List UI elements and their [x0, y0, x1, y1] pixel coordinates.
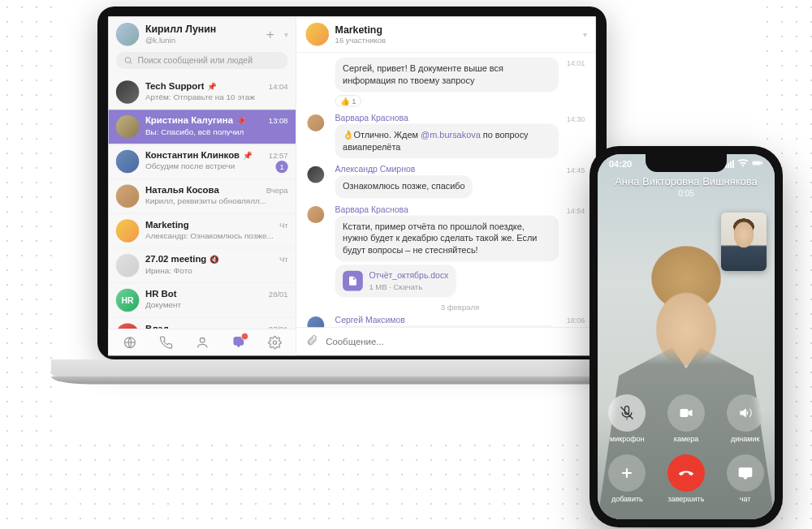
message-bubble: 👌Отлично. Ждем @m.bursakova по вопросу а…: [335, 123, 559, 158]
file-meta: 1 MB · Скачать: [369, 282, 448, 292]
unread-badge: 1: [275, 161, 287, 173]
composer-input[interactable]: [326, 337, 586, 347]
call-info: Анна Викторовна Вишнякова 0:05: [598, 175, 775, 198]
nav-settings-icon[interactable]: [266, 334, 283, 351]
date-divider: 3 февраля: [335, 303, 585, 312]
search-icon: [123, 56, 132, 65]
conversation-time: 14:04: [269, 82, 288, 90]
chat-avatar: [306, 23, 330, 46]
message-time: 14:45: [567, 166, 585, 174]
hangup-icon: [678, 465, 694, 481]
conversation-title: Tech Support: [145, 80, 205, 91]
conversation-time: 13:08: [269, 116, 288, 124]
message-bubble: Ознакомлюсь позже, спасибо: [335, 175, 473, 198]
message-bubble: Сергей, привет! В документе выше вся инф…: [335, 58, 559, 92]
speaker-icon: [737, 405, 754, 421]
conversation-avatar: [116, 254, 140, 277]
bottom-nav: [108, 329, 296, 355]
pin-icon: 📌: [243, 151, 252, 159]
self-video-pip[interactable]: [721, 213, 767, 271]
phone-notch: [646, 154, 727, 172]
mention[interactable]: @m.bursakova: [421, 130, 481, 139]
conversation-title: Marketing: [145, 219, 189, 230]
conversation-avatar: [116, 323, 140, 329]
phone-screen: 04:20 Анна Викторовна Вишнякова 0:05 мик…: [598, 154, 775, 519]
svg-point-0: [125, 58, 131, 63]
svg-point-4: [273, 341, 276, 344]
conversation-time: 12:57: [269, 151, 288, 159]
conversation-avatar: [116, 80, 140, 104]
conversation-list: Tech Support📌14:04Артём: Отправьте на 10…: [108, 75, 296, 329]
caller-name: Анна Викторовна Вишнякова: [598, 175, 775, 187]
composer: [296, 327, 596, 355]
pin-icon: 📌: [236, 116, 245, 124]
search-placeholder: Поиск сообщений или людей: [137, 56, 253, 65]
pin-icon: 📌: [207, 82, 216, 90]
chat-button[interactable]: чат: [727, 454, 764, 503]
conversation-time: Чт: [279, 221, 288, 229]
message-avatar: [307, 206, 324, 223]
new-chat-button[interactable]: +: [262, 26, 278, 42]
conversation-item[interactable]: Константин Клинков📌12:57Обсудим после вс…: [108, 144, 296, 179]
svg-line-1: [130, 62, 132, 64]
message-time: 14:30: [567, 114, 585, 123]
nav-globe-icon[interactable]: [121, 334, 138, 351]
message-bubble: Коллеги, подтвердите участие в конференц…: [335, 326, 559, 327]
conversation-subtitle: Ирина: Фото: [145, 265, 288, 274]
conversation-title: Константин Клинков: [145, 150, 240, 161]
conversation-time: 27/01: [269, 325, 288, 329]
add-button[interactable]: добавить: [608, 454, 646, 503]
camera-button[interactable]: камера: [667, 394, 705, 443]
chat-chevron-icon[interactable]: ▾: [583, 30, 587, 38]
conversation-item[interactable]: Наталья КосоваВчераКирилл, реквизиты обн…: [108, 179, 296, 214]
call-controls: микрофон камера динамик добавить заверши…: [598, 394, 775, 503]
conversation-subtitle: Обсудим после встречи: [145, 161, 288, 170]
status-time: 04:20: [609, 159, 632, 169]
conversation-item[interactable]: HRHR Bot28/01Документ: [108, 283, 296, 318]
wifi-icon: [737, 159, 749, 169]
conversation-title: Наталья Косова: [145, 184, 219, 195]
conversation-avatar: [116, 219, 140, 243]
conversation-subtitle: Александр: Ознакомлюсь позже...: [145, 230, 288, 239]
profile-header[interactable]: Кирилл Лунин @k.lunin + ▾: [108, 16, 296, 52]
phone-frame: 04:20 Анна Викторовна Вишнякова 0:05 мик…: [590, 146, 783, 527]
conversation-avatar: [116, 115, 140, 139]
end-call-button[interactable]: завершить: [667, 454, 705, 503]
app-window: Кирилл Лунин @k.lunin + ▾ Поиск сообщени…: [108, 16, 595, 355]
nav-calls-icon[interactable]: [158, 334, 175, 351]
file-attachment[interactable]: Отчёт_октябрь.docx1 MB · Скачать: [335, 264, 456, 297]
svg-rect-7: [762, 162, 762, 164]
conversation-item[interactable]: Влад27/01: [108, 318, 296, 329]
reactions: 👍 1: [335, 95, 585, 106]
message-author[interactable]: Сергей Максимов: [335, 315, 585, 324]
chat-header[interactable]: Marketing 16 участников ▾: [296, 16, 596, 53]
profile-chevron-icon[interactable]: ▾: [284, 30, 288, 38]
message-avatar: [307, 114, 324, 131]
conversation-item[interactable]: Кристина Калугина📌13:08Вы: Спасибо, всё …: [108, 110, 296, 144]
search-input[interactable]: Поиск сообщений или людей: [116, 52, 288, 69]
camera-icon: [678, 405, 694, 421]
conversation-avatar: [116, 150, 140, 174]
mute-button[interactable]: микрофон: [608, 394, 646, 443]
speaker-button[interactable]: динамик: [727, 394, 764, 443]
conversation-time: Вчера: [266, 186, 288, 194]
message: Сергей МаксимовКоллеги, подтвердите учас…: [335, 315, 585, 327]
message-author[interactable]: Варвара Краснова: [335, 113, 585, 122]
conversation-time: Чт: [279, 255, 288, 263]
conversation-title: Кристина Калугина: [145, 115, 233, 126]
nav-contacts-icon[interactable]: [193, 334, 210, 351]
attach-button[interactable]: [306, 334, 318, 350]
message-author[interactable]: Варвара Краснова: [335, 204, 585, 213]
mic-off-icon: [619, 405, 635, 421]
sidebar: Кирилл Лунин @k.lunin + ▾ Поиск сообщени…: [108, 16, 296, 355]
conversation-item[interactable]: Tech Support📌14:04Артём: Отправьте на 10…: [108, 75, 296, 110]
message-author[interactable]: Александр Смирнов: [335, 165, 585, 174]
svg-point-3: [200, 338, 205, 343]
file-icon: [343, 271, 363, 291]
nav-messages-icon[interactable]: [230, 334, 247, 351]
reaction[interactable]: 👍 1: [335, 95, 362, 106]
conversation-item[interactable]: MarketingЧтАлександр: Ознакомлюсь позже.…: [108, 214, 296, 249]
message: Сергей, привет! В документе выше вся инф…: [335, 58, 585, 107]
conversation-item[interactable]: 27.02 meeting🔇ЧтИрина: Фото: [108, 248, 296, 283]
message-time: 14:01: [567, 59, 585, 67]
